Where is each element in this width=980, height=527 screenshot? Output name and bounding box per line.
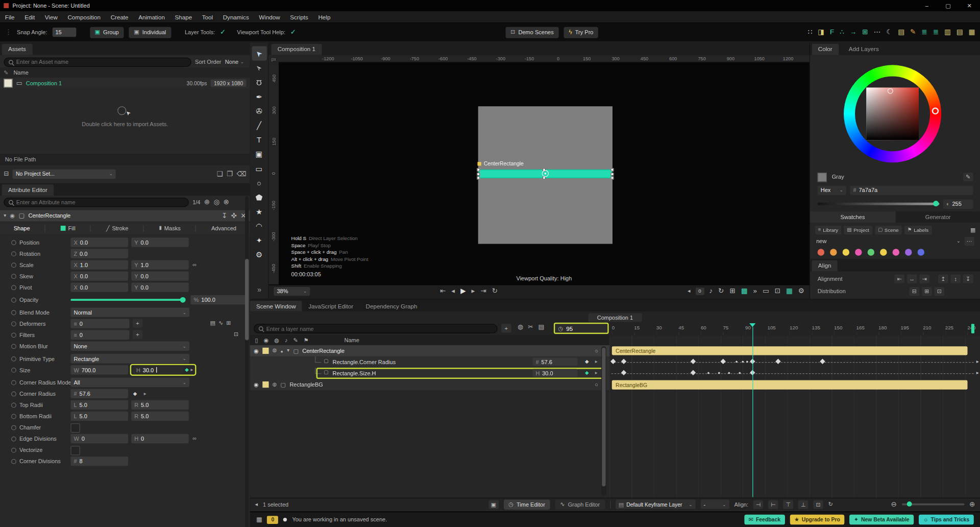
next-keyframe-icon[interactable]: ▸ xyxy=(144,391,146,396)
flag-icon[interactable]: ⚑ xyxy=(304,338,309,343)
attribute-value-field[interactable]: #57.6 xyxy=(532,357,577,366)
zoom-in-icon[interactable]: ⊕ xyxy=(969,501,975,508)
viewport-icon[interactable]: ▭ xyxy=(763,288,769,294)
layer-row-rectangle-bg[interactable]: ◉ ◍ ▢ RectangleBG ○ xyxy=(250,379,609,390)
layer-color-chip[interactable] xyxy=(262,348,268,354)
magnet-tool-icon[interactable]: Ω xyxy=(252,75,266,89)
minimize-button[interactable]: – xyxy=(916,0,938,11)
viewport-icon[interactable]: ⚙ xyxy=(798,288,804,294)
distribute-box-icon[interactable]: ⊡ xyxy=(935,287,945,296)
keyframe-diamond[interactable] xyxy=(691,370,696,375)
timeline-zoom-slider[interactable] xyxy=(902,504,964,506)
keyframe-ring-icon[interactable] xyxy=(11,448,16,453)
playhead-marker[interactable] xyxy=(749,323,755,327)
menu-item[interactable]: Scripts xyxy=(285,13,313,20)
toolbar-icon[interactable]: ✎ xyxy=(910,29,916,35)
keyframe-track-corner-radius[interactable]: ▸ xyxy=(609,356,980,368)
layer-bar-center-rectangle[interactable]: CenterRectangle xyxy=(612,346,968,355)
tab-dependency-graph[interactable]: Dependency Graph xyxy=(359,301,423,312)
distribute-v-icon[interactable]: ⊞ xyxy=(922,287,932,296)
menu-item[interactable]: Edit xyxy=(19,13,40,20)
size-h-field[interactable]: H30.0 xyxy=(133,366,183,374)
menu-item[interactable]: Help xyxy=(313,13,336,20)
attribute-track-name[interactable]: Rectangle.Size.H xyxy=(332,370,376,376)
align-left-icon[interactable]: ⇤ xyxy=(894,275,904,283)
move-icon[interactable]: ✜ xyxy=(231,212,237,219)
filters-field[interactable]: ≡0 xyxy=(70,330,129,340)
blend-mode-dropdown[interactable]: Normal⌄ xyxy=(70,307,189,317)
viewport-icon[interactable]: ↻ xyxy=(718,288,724,294)
demo-scenes-button[interactable]: ⊡Demo Scenes xyxy=(505,27,558,38)
distribute-h-icon[interactable]: ⊟ xyxy=(910,287,920,296)
vectorize-checkbox[interactable] xyxy=(70,446,80,455)
bottom-radii-l-field[interactable]: L5.0 xyxy=(70,412,128,421)
scrollbar-thumb[interactable] xyxy=(602,348,605,487)
viewport-canvas[interactable]: CenterRectangle Hold SDirect Layer Selec… xyxy=(279,62,810,284)
align-right-icon[interactable]: ⇥ xyxy=(919,275,929,283)
audio-icon[interactable]: ♪ xyxy=(285,338,288,343)
keyframe-diamond[interactable] xyxy=(621,359,626,364)
primitive-type-dropdown[interactable]: Rectangle⌄ xyxy=(70,354,189,363)
labels-button[interactable]: ⚑Labels xyxy=(904,226,932,234)
alpha-value-field[interactable]: ◐255 xyxy=(943,199,973,208)
menu-item[interactable]: Window xyxy=(254,13,285,20)
keyframe-diamond[interactable] xyxy=(610,359,616,364)
snap-angle-field[interactable]: 15 xyxy=(52,28,76,37)
current-frame-field[interactable]: ◷ 95 xyxy=(554,323,609,334)
color-swatch[interactable] xyxy=(843,249,849,255)
frame-view-icon[interactable]: ▣ xyxy=(488,500,499,509)
edge-divisions-h-field[interactable]: H0 xyxy=(131,434,189,443)
scale-y-field[interactable]: Y1.0 xyxy=(131,260,189,269)
library-button[interactable]: ≡Library xyxy=(815,226,842,234)
asset-color-chip[interactable] xyxy=(4,79,12,87)
skew-x-field[interactable]: X0.0 xyxy=(70,271,128,280)
asset-search-field[interactable] xyxy=(4,57,191,66)
color-swatch[interactable] xyxy=(818,249,824,255)
zoom-dropdown[interactable]: 38%⌄ xyxy=(274,286,310,295)
opacity-slider-track[interactable] xyxy=(70,299,183,301)
layer-row-center-rectangle[interactable]: ◉ ◍ ● ▾ ▢ CenterRectangle ○ xyxy=(250,345,609,356)
keyframe-ring-icon[interactable] xyxy=(11,251,16,256)
toolbar-icon[interactable]: ☾ xyxy=(886,29,892,35)
project-dropdown[interactable]: No Project Set...⌄ xyxy=(13,169,116,178)
top-radii-r-field[interactable]: R5.0 xyxy=(131,400,189,410)
frame-offset-badge[interactable]: 0 xyxy=(695,288,704,295)
sphere-icon[interactable]: ◍ xyxy=(273,348,277,353)
tips-and-tricks-button[interactable]: ☼Tips and Tricks xyxy=(919,515,974,525)
camera-tool-icon[interactable]: ✇ xyxy=(252,104,266,118)
color-swatch[interactable] xyxy=(905,249,912,255)
filter-box-icon[interactable]: ⊡ xyxy=(234,331,238,337)
hex-value-field[interactable]: #7a7a7a xyxy=(850,185,973,195)
add-filter-button[interactable]: + xyxy=(133,330,143,339)
attribute-search-field[interactable] xyxy=(4,198,188,207)
scale-x-field[interactable]: X1.0 xyxy=(70,260,128,269)
timeline-comp-tab[interactable]: Composition 1 xyxy=(589,313,642,322)
zoom-out-icon[interactable]: ⊖ xyxy=(891,501,897,508)
asset-row-composition[interactable]: ▭ Composition 1 30.00fps 1920 x 1080 xyxy=(0,78,250,89)
asset-name[interactable]: Composition 1 xyxy=(26,80,62,86)
console-grid-icon[interactable]: ▦ xyxy=(256,516,262,522)
viewport-icon[interactable]: ▩ xyxy=(741,288,748,294)
tab-swatches[interactable]: Swatches xyxy=(810,211,895,223)
color-swatch[interactable] xyxy=(855,249,862,255)
asset-search-input[interactable] xyxy=(16,59,186,65)
jump-to-start-button[interactable]: ⇤ xyxy=(440,288,446,294)
scissors-icon[interactable]: ✂ xyxy=(528,324,533,330)
assets-import-area[interactable]: ➤ Double click here to import Assets. xyxy=(0,89,250,154)
frame-offset-back-icon[interactable]: ◂ xyxy=(688,288,691,294)
sort-order-dropdown[interactable]: None⌄ xyxy=(225,59,244,65)
color-swatch[interactable] xyxy=(893,249,899,255)
next-keyframe-icon[interactable]: ▸ xyxy=(190,367,193,373)
menu-item[interactable]: Create xyxy=(106,13,134,20)
color-swatch[interactable] xyxy=(868,249,874,255)
target-icon[interactable]: ◎ xyxy=(213,199,219,205)
project-button[interactable]: ▤Project xyxy=(844,226,872,234)
color-swatch[interactable] xyxy=(880,249,887,255)
viewport-help-check-icon[interactable]: ✓ xyxy=(290,29,296,35)
align-left-icon[interactable]: ⊣ xyxy=(753,500,764,509)
tab-generator[interactable]: Generator xyxy=(895,211,980,223)
list-icon[interactable]: ▤ xyxy=(210,320,215,326)
position-x-field[interactable]: X0.0 xyxy=(70,237,128,247)
align-tab[interactable]: Align xyxy=(812,260,838,271)
keyframe-ring-icon[interactable] xyxy=(11,403,16,408)
